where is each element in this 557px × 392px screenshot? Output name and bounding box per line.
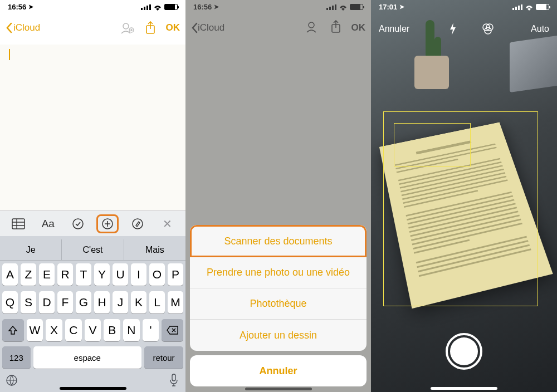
key[interactable]: Q [2,291,18,313]
svg-rect-3 [149,4,151,10]
key[interactable]: K [131,291,146,313]
key[interactable]: G [76,291,91,313]
key[interactable]: N [123,319,140,341]
screen-action-sheet: iCloud OK 16:56 ➤ Scanner des documents … [185,0,371,392]
key-row: Q S D F G H J K L M [0,288,185,316]
done-button[interactable]: OK [166,22,180,33]
flash-icon[interactable] [447,23,459,35]
key[interactable]: Z [21,263,36,286]
back-button[interactable]: iCloud [6,22,40,33]
key[interactable]: S [21,291,36,313]
svg-rect-20 [515,7,517,10]
wifi-icon [153,4,162,10]
location-icon: ➤ [399,3,404,11]
key[interactable]: V [85,319,101,341]
status-time: 16:56 [8,3,26,11]
numeric-key[interactable]: 123 [2,346,31,369]
return-key[interactable]: retour [144,346,183,369]
key[interactable]: B [104,319,120,341]
shift-key[interactable] [2,319,24,341]
svg-rect-21 [518,6,520,10]
svg-rect-1 [144,7,145,10]
handwriting-icon[interactable] [126,214,149,233]
key[interactable]: R [57,263,73,286]
suggestion[interactable]: Mais [124,239,185,260]
key[interactable]: W [27,319,43,341]
screen-notes-editor: 16:56 ➤ iCloud OK Aa [0,0,185,392]
detected-document [379,122,553,309]
key[interactable]: E [39,263,55,286]
sheet-photo-library[interactable]: Photothèque [190,288,367,320]
home-indicator[interactable] [60,387,126,390]
close-toolbar-icon[interactable]: ✕ [156,214,178,233]
key[interactable]: L [149,291,165,313]
key[interactable]: Y [94,263,110,286]
share-icon[interactable] [145,21,156,35]
signal-icon [141,4,151,10]
key[interactable]: U [113,263,128,286]
sheet-cancel[interactable]: Annuler [190,355,367,386]
key[interactable]: D [39,291,55,313]
key[interactable]: I [131,263,146,286]
suggestion[interactable]: C'est [62,239,124,260]
status-bar: 16:56 ➤ [0,0,185,12]
wifi-icon [525,4,534,10]
color-filter-icon[interactable] [481,23,494,35]
key-row: 123 espace retour [0,344,185,369]
checklist-icon[interactable] [67,214,89,233]
key[interactable]: ' [143,319,159,341]
home-indicator[interactable] [431,387,497,390]
key[interactable]: M [168,291,183,313]
key[interactable]: J [113,291,128,313]
sheet-add-drawing[interactable]: Ajouter un dessin [190,320,367,351]
status-time: 17:01 [379,3,397,11]
svg-rect-19 [512,8,514,10]
svg-rect-7 [12,219,25,229]
action-sheet: Scanner des documents Prendre une photo … [190,225,367,386]
scanner-toolbar: Annuler Auto [371,18,557,40]
key[interactable]: H [94,291,110,313]
backspace-key[interactable] [162,319,183,341]
svg-rect-0 [141,8,143,10]
add-people-icon[interactable] [120,22,135,34]
text-style-icon[interactable]: Aa [37,214,59,233]
cancel-button[interactable]: Annuler [379,24,409,34]
svg-point-8 [73,219,83,229]
sheet-scan-documents[interactable]: Scanner des documents [190,225,367,257]
home-indicator[interactable] [245,388,312,390]
svg-point-4 [123,23,129,29]
shutter-button[interactable] [446,333,482,370]
key[interactable]: T [76,263,91,286]
svg-point-10 [133,219,143,229]
note-body[interactable] [0,45,185,210]
key[interactable]: O [149,263,165,286]
battery-icon [164,4,178,10]
sheet-take-photo[interactable]: Prendre une photo ou une vidéo [190,257,367,288]
key[interactable]: C [65,319,82,341]
space-key[interactable]: espace [33,346,141,369]
key[interactable]: F [57,291,73,313]
add-attachment-icon[interactable] [96,214,119,233]
auto-mode-button[interactable]: Auto [531,24,549,34]
mic-icon[interactable] [164,372,183,389]
svg-rect-12 [172,374,175,381]
key[interactable]: A [2,263,18,286]
nav-bar: iCloud OK [0,16,185,40]
key-row: W X C V B N ' [0,316,185,344]
location-icon: ➤ [28,3,33,11]
text-cursor [9,49,10,60]
laptop-prop [510,36,557,92]
status-bar: 17:01 ➤ [371,0,557,12]
screen-document-scanner: 17:01 ➤ Annuler Auto [371,0,557,392]
suggestion[interactable]: Je [0,239,62,260]
table-icon[interactable] [7,214,30,233]
format-toolbar: Aa ✕ [0,210,185,236]
battery-icon [536,4,549,10]
key[interactable]: P [168,263,183,286]
globe-icon[interactable] [2,372,21,389]
signal-icon [512,4,522,10]
suggestion-bar: Je C'est Mais [0,239,185,261]
svg-rect-22 [521,4,522,10]
key[interactable]: X [46,319,62,341]
back-label: iCloud [13,22,40,33]
